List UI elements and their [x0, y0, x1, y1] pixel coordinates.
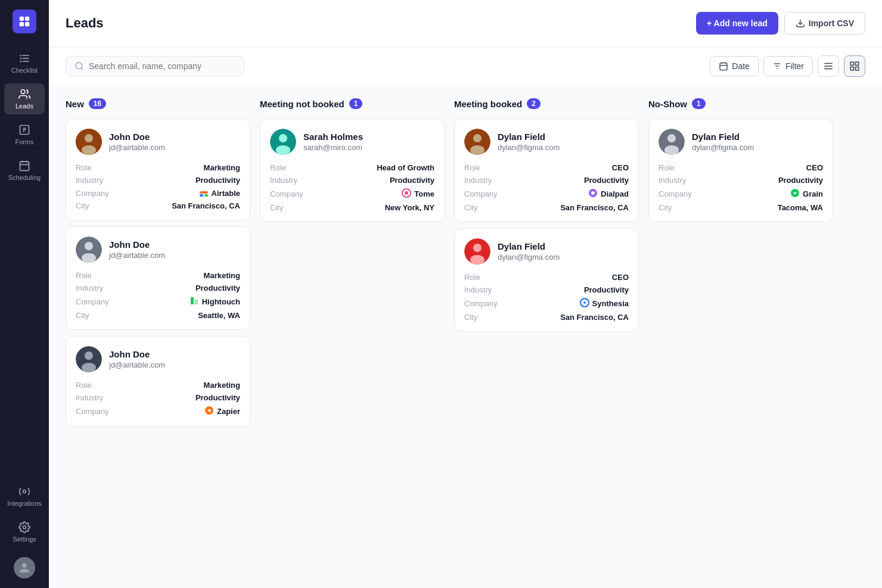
card-info: Dylan Field dylan@figma.com [498, 132, 560, 152]
filter-icon [772, 61, 782, 71]
lead-name: John Doe [109, 132, 165, 142]
card-info: John Doe jd@airtable.com [109, 239, 165, 260]
industry-field: Industry Productivity [464, 285, 629, 294]
svg-point-60 [591, 191, 595, 195]
sidebar-item-leads[interactable]: Leads [4, 83, 45, 114]
date-button[interactable]: Date [710, 56, 759, 76]
company-logo: ✦ [204, 406, 214, 417]
column-new-header: New 16 [66, 95, 250, 113]
column-mnb-cards: Sarah Holmes sarah@miro.com Role Head of… [260, 119, 445, 578]
lead-name: Dylan Field [498, 132, 560, 142]
lead-card-jd1[interactable]: John Doe jd@airtable.com Role Marketing … [66, 119, 250, 220]
svg-point-55 [405, 191, 408, 195]
svg-point-57 [473, 134, 482, 142]
kanban-board: New 16 [49, 85, 882, 588]
avatar [464, 238, 490, 265]
svg-point-16 [23, 490, 26, 493]
lead-card-jd3[interactable]: John Doe jd@airtable.com Role Marketing … [66, 336, 250, 427]
lead-card-jd2[interactable]: John Doe jd@airtable.com Role Marketing … [66, 226, 250, 330]
company-value: Airtable [199, 188, 240, 198]
company-field: Company Synthesia [464, 298, 629, 309]
lead-name: Dylan Field [498, 241, 560, 251]
svg-text:✦: ✦ [207, 407, 212, 414]
sidebar-item-settings[interactable]: Settings [4, 517, 45, 547]
svg-rect-38 [200, 191, 208, 194]
lead-email: dylan@figma.com [498, 143, 560, 152]
avatar-image [464, 129, 490, 155]
column-mb-title: Meeting booked [454, 99, 522, 109]
calendar-icon [719, 61, 728, 71]
company-field: Company ✦ Zapier [76, 406, 240, 417]
lead-email: jd@airtable.com [109, 143, 165, 152]
company-value: Hightouch [190, 296, 240, 307]
sidebar-item-settings-label: Settings [13, 536, 36, 543]
column-mnb-title: Meeting not booked [260, 99, 344, 109]
svg-point-52 [279, 134, 287, 142]
sidebar-item-leads-label: Leads [15, 102, 33, 110]
svg-point-65 [583, 301, 586, 304]
lead-card-df2[interactable]: Dylan Field dylan@figma.com Role CEO Ind… [454, 228, 639, 332]
search-icon [74, 61, 84, 71]
role-field: Role CEO [464, 163, 629, 172]
svg-point-62 [473, 244, 482, 252]
lead-name: John Doe [109, 239, 165, 250]
lead-card-df3[interactable]: Dylan Field dylan@figma.com Role CEO Ind… [648, 119, 833, 222]
filter-button[interactable]: Filter [763, 56, 813, 76]
svg-point-7 [21, 90, 25, 94]
company-field: Company Tome [270, 188, 434, 200]
city-field: City San Francisco, CA [76, 201, 240, 210]
svg-point-43 [82, 253, 96, 263]
industry-field: Industry Productivity [464, 176, 629, 185]
city-field: City New York, NY [270, 203, 434, 212]
lead-card-sh1[interactable]: Sarah Holmes sarah@miro.com Role Head of… [260, 119, 445, 222]
svg-point-48 [82, 363, 96, 372]
import-icon [796, 18, 805, 28]
list-view-button[interactable] [818, 55, 839, 77]
card-header: John Doe jd@airtable.com [76, 237, 240, 263]
import-csv-button[interactable]: Import CSV [784, 12, 865, 35]
column-ns-title: No-Show [648, 99, 687, 109]
company-value: Grain [790, 188, 823, 200]
sidebar-item-forms[interactable]: Forms [4, 119, 45, 150]
svg-point-17 [23, 526, 26, 529]
column-meeting-not-booked-header: Meeting not booked 1 [260, 95, 445, 113]
avatar [76, 129, 102, 155]
lead-card-df1[interactable]: Dylan Field dylan@figma.com Role CEO Ind… [454, 119, 639, 222]
svg-rect-31 [850, 62, 853, 65]
lead-email: dylan@figma.com [692, 143, 754, 152]
column-new-cards: John Doe jd@airtable.com Role Marketing … [66, 119, 250, 578]
role-field: Role Marketing [76, 271, 240, 280]
avatar-image [76, 237, 102, 263]
card-header: Dylan Field dylan@figma.com [659, 129, 823, 155]
avatar [76, 346, 102, 372]
card-info: Dylan Field dylan@figma.com [692, 132, 754, 152]
sidebar-item-scheduling-label: Scheduling [8, 174, 41, 181]
svg-point-36 [85, 134, 93, 142]
add-lead-button[interactable]: + Add new lead [696, 12, 778, 35]
search-input[interactable] [89, 61, 235, 71]
column-new-badge: 16 [89, 98, 106, 109]
app-logo[interactable] [13, 10, 36, 33]
svg-point-19 [76, 63, 82, 69]
list-view-icon [823, 61, 834, 71]
sidebar-item-checklist-label: Checklist [11, 67, 38, 74]
svg-point-42 [85, 242, 93, 250]
svg-line-20 [81, 68, 83, 70]
company-value: Synthesia [580, 298, 629, 309]
column-mb-badge: 2 [527, 98, 541, 109]
svg-rect-33 [850, 67, 853, 70]
grid-view-button[interactable] [844, 55, 865, 77]
card-fields: Role Marketing Industry Productivity Com… [76, 271, 240, 320]
sidebar-item-integrations[interactable]: Integrations [4, 481, 45, 512]
card-fields: Role CEO Industry Productivity Company [464, 163, 629, 212]
svg-rect-0 [20, 17, 24, 21]
card-header: Sarah Holmes sarah@miro.com [270, 129, 434, 155]
sidebar-item-scheduling[interactable]: Scheduling [4, 155, 45, 186]
sidebar-item-checklist[interactable]: Checklist [4, 48, 45, 79]
card-info: Sarah Holmes sarah@miro.com [303, 132, 363, 152]
avatar-image [76, 346, 102, 372]
user-avatar[interactable] [14, 557, 35, 578]
column-mnb-badge: 1 [349, 98, 363, 109]
card-fields: Role CEO Industry Productivity Company [464, 273, 629, 322]
search-box[interactable] [66, 56, 244, 76]
